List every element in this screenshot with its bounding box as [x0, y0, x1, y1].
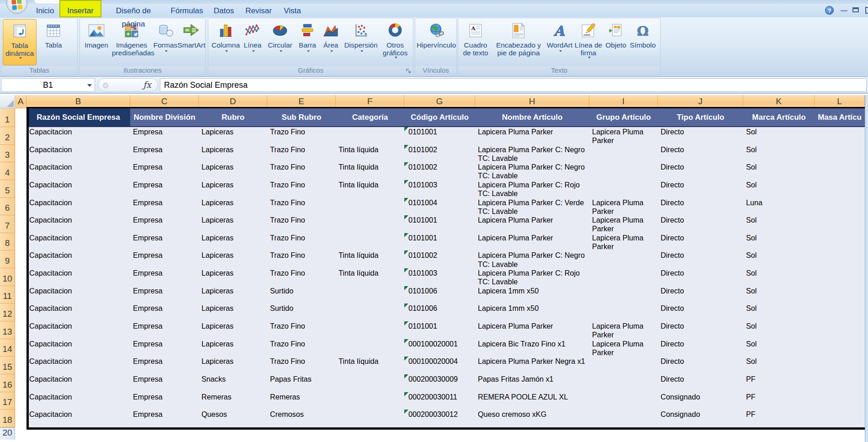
cell-I7[interactable]: Lapicera Pluma Parker — [589, 215, 658, 233]
cell-C13[interactable]: Empresa — [130, 321, 199, 339]
cell-I12[interactable] — [589, 304, 658, 321]
header-cell-D1[interactable]: Rubro — [199, 108, 267, 127]
cell-D2[interactable]: Lapiceras — [199, 127, 267, 145]
cell-D11[interactable]: Lapiceras — [199, 286, 267, 304]
cell-H9[interactable]: Lapicera Pluma Parker C: Negro TC: Lavab… — [475, 250, 589, 268]
cell-C9[interactable]: Empresa — [130, 250, 199, 268]
cell-K13[interactable]: Sol — [743, 321, 815, 339]
cell-B18[interactable]: Capacitacion — [26, 410, 130, 427]
cell-L3[interactable] — [815, 145, 865, 163]
header-footer-button[interactable]: Encabezado y pie de página — [492, 19, 545, 65]
cell-G3[interactable]: 0101002 — [404, 145, 475, 163]
cell-F16[interactable] — [336, 374, 404, 392]
cell-H15[interactable]: Lapicera Pluma Parker Negra x1 — [475, 357, 589, 374]
area-chart-button[interactable]: Área — [320, 19, 342, 65]
cell-F9[interactable]: Tinta líquida — [336, 250, 404, 268]
textbox-button[interactable]: A Cuadro de texto — [460, 19, 491, 65]
cell-A8[interactable] — [15, 233, 26, 251]
cell-K8[interactable]: Sol — [743, 233, 815, 251]
cell-C15[interactable]: Empresa — [130, 357, 199, 374]
cell-A17[interactable] — [15, 392, 26, 410]
cell-J17[interactable]: Consignado — [658, 392, 743, 410]
cell-J16[interactable]: Directo — [658, 374, 743, 392]
header-cell-L1[interactable]: Masa Artícu — [815, 108, 865, 127]
cell-J9[interactable]: Directo — [658, 250, 743, 268]
column-header-B[interactable]: B — [26, 95, 130, 108]
cell-A7[interactable] — [15, 215, 26, 233]
cell-F17[interactable] — [336, 392, 404, 410]
column-header-F[interactable]: F — [336, 95, 404, 108]
tab-inicio[interactable]: Inicio — [32, 4, 58, 17]
help-icon[interactable]: ? — [825, 6, 834, 15]
cell-I16[interactable] — [589, 374, 658, 392]
column-header-E[interactable]: E — [267, 95, 336, 108]
column-header-J[interactable]: J — [658, 95, 743, 108]
tab-formulas[interactable]: Fórmulas — [167, 4, 206, 17]
cell-G11[interactable]: 0101006 — [404, 286, 475, 304]
cell-J13[interactable]: Directo — [658, 321, 743, 339]
cell-A4[interactable] — [15, 162, 26, 180]
column-header-H[interactable]: H — [475, 95, 589, 108]
cell-J8[interactable]: Directo — [658, 233, 743, 251]
cell-L11[interactable] — [815, 286, 865, 304]
cell-B7[interactable]: Capacitacion — [26, 215, 130, 233]
cell-I4[interactable] — [589, 162, 658, 180]
cell-C2[interactable]: Empresa — [130, 127, 199, 145]
cell-C4[interactable]: Empresa — [130, 162, 199, 180]
cell-I17[interactable] — [589, 392, 658, 410]
cell-B12[interactable]: Capacitacion — [26, 304, 130, 321]
cell-F4[interactable]: Tinta líquida — [336, 162, 404, 180]
cell-J11[interactable]: Directo — [658, 286, 743, 304]
cell-D15[interactable]: Lapiceras — [199, 357, 267, 374]
header-cell-J1[interactable]: Tipo Artículo — [658, 108, 743, 127]
cell-J18[interactable]: Consignado — [658, 410, 743, 427]
insert-picture-button[interactable]: Imagen — [83, 19, 110, 65]
cell-K2[interactable]: Sol — [743, 127, 815, 145]
cell-D4[interactable]: Lapiceras — [199, 162, 267, 180]
cell-A13[interactable] — [15, 321, 26, 339]
cell-B14[interactable]: Capacitacion — [26, 339, 130, 357]
row-header-10[interactable]: 10 — [0, 268, 15, 286]
row-header-1[interactable]: 1 — [0, 108, 15, 127]
object-button[interactable]: Objeto — [604, 19, 628, 65]
row-header-12[interactable]: 12 — [0, 304, 15, 321]
cell-E7[interactable]: Trazo Fino — [267, 215, 336, 233]
wordart-button[interactable]: A WordArt — [546, 19, 573, 65]
column-header-I[interactable]: I — [589, 95, 658, 108]
insert-function-button[interactable]: ƒx — [98, 78, 158, 92]
cell-D3[interactable]: Lapiceras — [199, 145, 267, 163]
cell-I18[interactable] — [589, 410, 658, 427]
restore-window-icon[interactable] — [852, 7, 859, 12]
column-header-K[interactable]: K — [743, 95, 815, 108]
cell-C5[interactable]: Empresa — [130, 180, 199, 198]
cell-C17[interactable]: Empresa — [130, 392, 199, 410]
cell-A15[interactable] — [15, 357, 26, 374]
tab-vista[interactable]: Vista — [280, 4, 305, 17]
cell-K9[interactable]: Sol — [743, 250, 815, 268]
row-header-16[interactable]: 16 — [0, 374, 15, 392]
cell-I2[interactable]: Lapicera Pluma Parker — [589, 127, 658, 145]
row-header-6[interactable]: 6 — [0, 198, 15, 216]
cell-D14[interactable]: Lapiceras — [199, 339, 267, 357]
cell-D18[interactable]: Quesos — [199, 410, 267, 427]
header-cell-G1[interactable]: Código Artículo — [404, 108, 475, 127]
cell-E18[interactable]: Cremosos — [267, 410, 336, 427]
cell-I10[interactable] — [589, 268, 658, 286]
cell-H6[interactable]: Lapicera Pluma Parker C: Verde TC: Lavab… — [475, 198, 589, 216]
column-header-A[interactable]: A — [15, 95, 26, 108]
header-cell-B1[interactable]: Razón Social Empresa — [26, 108, 130, 127]
cell-G16[interactable]: 000200030009 — [404, 374, 475, 392]
cell-J5[interactable]: Directo — [658, 180, 743, 198]
cell-F5[interactable]: Tinta líquida — [336, 180, 404, 198]
cell-E6[interactable]: Trazo Fino — [267, 198, 336, 216]
cell-G9[interactable]: 0101002 — [404, 250, 475, 268]
cell-K6[interactable]: Luna — [743, 198, 815, 216]
cell-L10[interactable] — [815, 268, 865, 286]
row-header-7[interactable]: 7 — [0, 215, 15, 233]
row-header-3[interactable]: 3 — [0, 145, 15, 163]
pivot-table-button[interactable]: Tabla dinámica — [3, 19, 37, 65]
cell-F14[interactable] — [336, 339, 404, 357]
cell-G4[interactable]: 0101002 — [404, 162, 475, 180]
cell-B5[interactable]: Capacitacion — [26, 180, 130, 198]
cell-E14[interactable]: Trazo Fino — [267, 339, 336, 357]
